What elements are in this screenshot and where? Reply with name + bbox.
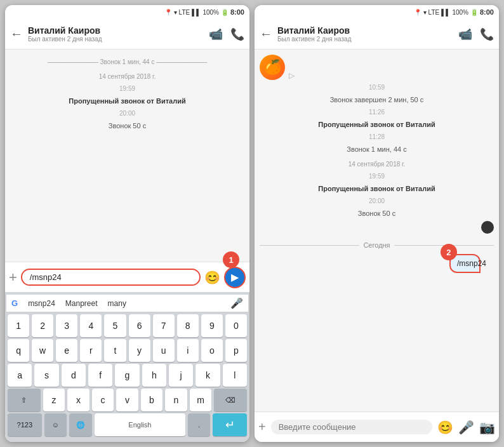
key-d[interactable]: d	[62, 364, 86, 387]
back-button[interactable]: ←	[10, 27, 23, 41]
key-numbers[interactable]: ?123	[8, 413, 42, 436]
right-message-input[interactable]	[271, 420, 432, 434]
left-send-button[interactable]: ▶	[224, 267, 246, 288]
main-container: 📍 ▾ LTE ▌▌ 100% 🔋 8:00 ← Виталий Каиров …	[0, 0, 504, 447]
key-y[interactable]: y	[129, 339, 150, 362]
left-header-icons: 📹 📞	[209, 27, 244, 41]
right-phone: 📍 ▾ LTE ▌▌ 100% 🔋 8:00 ← Виталий Каиров …	[255, 5, 499, 442]
key-p[interactable]: p	[225, 339, 247, 362]
right-contact-name: Виталий Каиров	[277, 25, 453, 36]
right-lte-label: LTE	[428, 9, 440, 16]
right-time-1: 10:59	[260, 84, 494, 91]
right-missed-1: Пропущенный звонок от Виталий	[260, 121, 494, 128]
left-keyboard: G msnp24 Manpreet many 🎤 1 2 3 4 5 6 7 8…	[5, 292, 249, 442]
date-sep-2: 14 сентября 2018 г.	[10, 73, 244, 80]
key-v[interactable]: v	[116, 389, 138, 411]
key-a[interactable]: a	[8, 364, 32, 387]
voice-call-icon[interactable]: 📞	[230, 27, 244, 41]
key-g[interactable]: g	[115, 364, 139, 387]
time-label-2: 20:00	[10, 110, 244, 117]
key-3[interactable]: 3	[56, 314, 77, 337]
key-m[interactable]: m	[190, 389, 212, 411]
avatar-row: 🍊 ▷	[260, 55, 494, 80]
right-time-3: 11:28	[260, 133, 494, 140]
left-input-bar: + 😊 ▶	[5, 262, 249, 292]
right-emoji-button[interactable]: 😊	[437, 420, 453, 435]
key-h[interactable]: h	[142, 364, 166, 387]
left-status-bar: 📍 ▾ LTE ▌▌ 100% 🔋 8:00	[5, 5, 249, 19]
suggestion-2[interactable]: Manpreet	[65, 299, 98, 308]
key-q[interactable]: q	[8, 339, 29, 362]
call-event-1: Звонок 50 с	[10, 122, 244, 130]
forward-icon: ▷	[289, 71, 295, 80]
left-contact-name: Виталий Каиров	[28, 25, 204, 36]
key-6[interactable]: 6	[129, 314, 150, 337]
key-n[interactable]: n	[165, 389, 187, 411]
left-input-wrapper: 1 + 😊 ▶	[5, 262, 249, 292]
right-wifi-icon: ▾	[423, 9, 427, 16]
key-e[interactable]: e	[56, 339, 77, 362]
dark-dot	[481, 221, 494, 234]
keyboard-row-bottom: ?123 ☺ 🌐 English . ↵	[8, 413, 247, 436]
suggestion-3[interactable]: many	[108, 299, 126, 308]
key-i[interactable]: i	[177, 339, 199, 362]
right-date-sep: 14 сентября 2018 г.	[260, 161, 494, 168]
key-backspace[interactable]: ⌫	[214, 389, 247, 411]
send-icon: ▶	[231, 271, 239, 283]
key-7[interactable]: 7	[153, 314, 175, 337]
key-o[interactable]: o	[201, 339, 223, 362]
suggestion-1[interactable]: msnp24	[28, 299, 55, 308]
badge-2: 2	[441, 244, 457, 260]
left-message-input[interactable]	[21, 269, 201, 286]
time-display: 8:00	[230, 8, 244, 16]
key-9[interactable]: 9	[201, 314, 223, 337]
key-emoji[interactable]: ☺	[44, 413, 67, 436]
right-contact-status: Был активен 2 дня назад	[277, 36, 453, 43]
right-chat-header: ← Виталий Каиров Был активен 2 дня назад…	[255, 19, 499, 50]
key-5[interactable]: 5	[104, 314, 126, 337]
right-mic-button[interactable]: 🎤	[458, 420, 474, 435]
key-s[interactable]: s	[34, 364, 58, 387]
key-l[interactable]: l	[223, 364, 247, 387]
key-b[interactable]: b	[141, 389, 163, 411]
key-0[interactable]: 0	[225, 314, 247, 337]
key-w[interactable]: w	[32, 339, 53, 362]
right-back-button[interactable]: ←	[260, 27, 272, 41]
key-period[interactable]: .	[188, 413, 211, 436]
right-voice-call-icon[interactable]: 📞	[480, 27, 494, 41]
key-2[interactable]: 2	[32, 314, 53, 337]
key-enter[interactable]: ↵	[213, 413, 247, 436]
key-1[interactable]: 1	[8, 314, 29, 337]
lte-label: LTE	[179, 9, 190, 16]
battery-percent: 100%	[202, 9, 219, 16]
right-video-call-icon[interactable]: 📹	[458, 27, 472, 41]
key-space[interactable]: English	[95, 413, 185, 436]
key-8[interactable]: 8	[177, 314, 199, 337]
key-shift[interactable]: ⇧	[8, 389, 41, 411]
key-c[interactable]: c	[92, 389, 114, 411]
video-call-icon[interactable]: 📹	[209, 27, 223, 41]
key-z[interactable]: z	[43, 389, 65, 411]
key-j[interactable]: j	[169, 364, 193, 387]
key-f[interactable]: f	[88, 364, 112, 387]
right-time-4: 19:59	[260, 173, 494, 180]
left-plus-button[interactable]: +	[9, 269, 17, 286]
key-t[interactable]: t	[104, 339, 126, 362]
right-call-1: Звонок завершен 2 мин, 50 с	[260, 96, 494, 103]
key-x[interactable]: x	[67, 389, 90, 411]
key-4[interactable]: 4	[80, 314, 102, 337]
right-plus-button[interactable]: +	[258, 420, 266, 434]
keyboard-row-numbers: 1 2 3 4 5 6 7 8 9 0	[8, 314, 247, 337]
right-time-5: 20:00	[260, 197, 494, 204]
key-r[interactable]: r	[80, 339, 102, 362]
right-camera-button[interactable]: 📷	[479, 420, 495, 435]
right-header-info: Виталий Каиров Был активен 2 дня назад	[277, 25, 453, 43]
key-globe[interactable]: 🌐	[69, 413, 92, 436]
mic-icon[interactable]: 🎤	[230, 297, 243, 309]
key-k[interactable]: k	[196, 364, 220, 387]
location-icon: 📍	[164, 9, 172, 16]
contact-avatar: 🍊	[260, 55, 285, 80]
right-status-bar: 📍 ▾ LTE ▌▌ 100% 🔋 8:00	[255, 5, 499, 19]
left-emoji-button[interactable]: 😊	[204, 270, 220, 285]
key-u[interactable]: u	[153, 339, 175, 362]
